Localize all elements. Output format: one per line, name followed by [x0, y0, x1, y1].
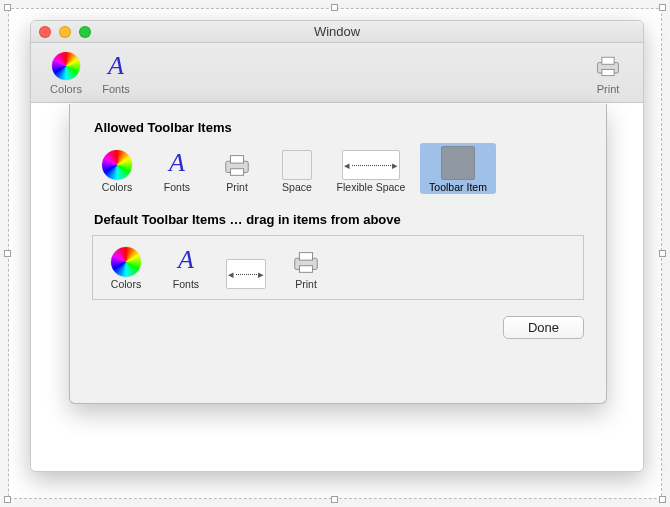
svg-rect-2 [602, 69, 614, 75]
palette-item-label: Toolbar Item [429, 181, 487, 193]
palette-item-print[interactable]: Print [212, 147, 262, 194]
default-item-label: Print [295, 278, 317, 290]
default-item-label: Fonts [173, 278, 199, 290]
space-icon [282, 150, 312, 180]
window-title: Window [31, 24, 643, 39]
default-item-print[interactable]: Print [281, 244, 331, 291]
resize-handle[interactable] [4, 4, 11, 11]
colors-icon [111, 247, 141, 277]
default-items-header: Default Toolbar Items … drag in items fr… [94, 212, 584, 227]
svg-rect-5 [230, 169, 243, 176]
resize-handle[interactable] [4, 496, 11, 503]
default-items-box[interactable]: Colors A Fonts ◂▸ [92, 235, 584, 300]
palette-item-colors[interactable]: Colors [92, 147, 142, 194]
flexible-space-icon: ◂▸ [226, 259, 266, 289]
flexible-space-icon: ◂▸ [342, 150, 400, 180]
palette-item-fonts[interactable]: A Fonts [152, 147, 202, 194]
resize-handle[interactable] [659, 250, 666, 257]
default-item-colors[interactable]: Colors [101, 244, 151, 291]
palette-item-label: Colors [102, 181, 132, 193]
fonts-icon: A [169, 150, 185, 180]
palette-item-label: Space [282, 181, 312, 193]
palette-item-label: Fonts [164, 181, 190, 193]
default-item-label: Colors [111, 278, 141, 290]
svg-rect-8 [299, 266, 312, 273]
customize-toolbar-sheet: Allowed Toolbar Items Colors A Fonts [69, 104, 607, 404]
resize-handle[interactable] [659, 4, 666, 11]
resize-handle[interactable] [331, 4, 338, 11]
toolbar-item-label: Colors [50, 83, 82, 95]
fonts-icon: A [108, 53, 124, 79]
svg-rect-1 [602, 57, 614, 64]
printer-icon [291, 247, 321, 277]
content-area: Allowed Toolbar Items Colors A Fonts [31, 104, 643, 471]
resize-handle[interactable] [659, 496, 666, 503]
allowed-items-header: Allowed Toolbar Items [94, 120, 584, 135]
palette-item-label: Flexible Space [337, 181, 406, 193]
allowed-items-row: Colors A Fonts Print Space [92, 143, 584, 194]
svg-rect-7 [299, 253, 312, 261]
done-button[interactable]: Done [503, 316, 584, 339]
zoom-window-button[interactable] [79, 26, 91, 38]
app-window: Window Colors A Fonts Print Allowed Tool… [30, 20, 644, 472]
printer-icon [222, 150, 252, 180]
palette-item-flexible-space[interactable]: ◂▸ Flexible Space [332, 147, 410, 194]
resize-handle[interactable] [4, 250, 11, 257]
palette-item-label: Print [226, 181, 248, 193]
toolbar-item-colors[interactable]: Colors [41, 45, 91, 101]
fonts-icon: A [178, 247, 194, 277]
toolbar-item-label: Print [597, 83, 620, 95]
default-item-fonts[interactable]: A Fonts [161, 244, 211, 291]
palette-item-toolbar-item[interactable]: Toolbar Item [420, 143, 496, 194]
printer-icon [594, 52, 622, 80]
minimize-window-button[interactable] [59, 26, 71, 38]
generic-toolbar-item-icon [441, 146, 475, 180]
close-window-button[interactable] [39, 26, 51, 38]
palette-item-space[interactable]: Space [272, 147, 322, 194]
resize-handle[interactable] [331, 496, 338, 503]
toolbar-item-label: Fonts [102, 83, 130, 95]
default-item-flexible-space[interactable]: ◂▸ [221, 256, 271, 291]
toolbar-item-print[interactable]: Print [583, 45, 633, 101]
svg-rect-4 [230, 156, 243, 164]
colors-icon [52, 52, 80, 80]
main-toolbar: Colors A Fonts Print [31, 43, 643, 103]
colors-icon [102, 150, 132, 180]
titlebar[interactable]: Window [31, 21, 643, 43]
toolbar-item-fonts[interactable]: A Fonts [91, 45, 141, 101]
